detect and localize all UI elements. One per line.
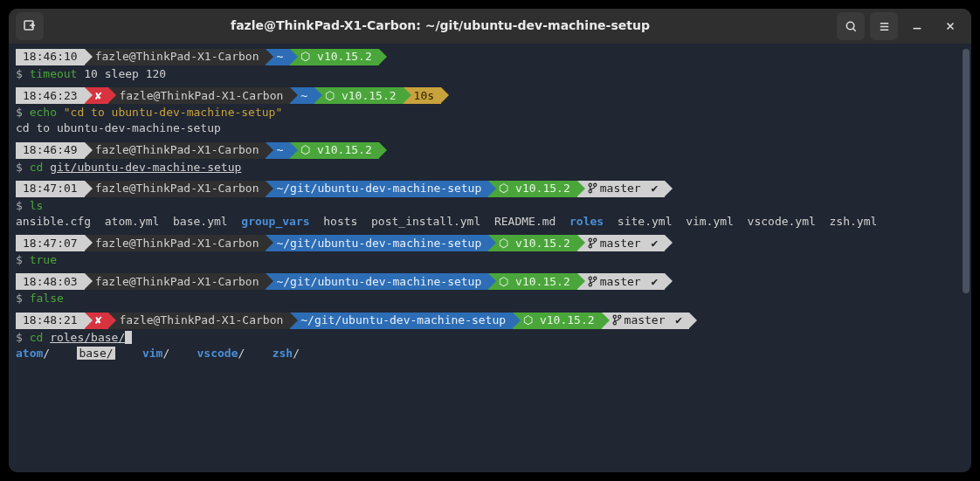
host-segment: fazle@ThinkPad-X1-Carbon xyxy=(108,313,290,329)
path-segment: ~/git/ubuntu-dev-machine-setup xyxy=(290,313,513,329)
prompt-symbol: $ xyxy=(16,253,30,266)
command-args: 10 sleep 120 xyxy=(84,67,166,80)
path-segment: ~/git/ubuntu-dev-machine-setup xyxy=(266,235,488,251)
host-segment: fazle@ThinkPad-X1-Carbon xyxy=(85,273,266,290)
minimize-button[interactable] xyxy=(903,12,931,40)
git-segment: master ✔ xyxy=(577,181,666,197)
terminal-output-area[interactable]: 18:46:10fazle@ThinkPad-X1-Carbon~⬡ v10.1… xyxy=(9,44,971,472)
tab-completion-item[interactable]: vim xyxy=(142,347,162,360)
timestamp-segment: 18:47:01 xyxy=(16,181,85,197)
close-button[interactable] xyxy=(936,12,964,40)
new-tab-icon xyxy=(23,19,37,33)
scrollbar-thumb[interactable] xyxy=(963,49,970,293)
menu-button[interactable] xyxy=(870,12,898,40)
prompt-symbol: $ xyxy=(16,331,30,344)
ls-entry: base.yml xyxy=(173,215,228,228)
svg-point-3 xyxy=(593,183,596,186)
svg-point-6 xyxy=(593,238,596,241)
tab-completion-item-selected[interactable]: base/ xyxy=(77,347,114,360)
powerline-prompt: 18:46:49fazle@ThinkPad-X1-Carbon~⬡ v10.1… xyxy=(16,142,964,159)
timestamp-segment: 18:47:07 xyxy=(16,235,85,251)
ls-entry: group_vars xyxy=(241,215,309,228)
prompt-symbol: $ xyxy=(16,199,30,212)
ls-entry: ansible.cfg xyxy=(16,215,91,228)
command-name: ls xyxy=(30,199,44,212)
command-line: $ timeout 10 sleep 120 xyxy=(16,66,964,82)
tab-completion-list: atom/ base/ vim/ vscode/ zsh/ xyxy=(16,346,964,361)
ls-entry: site.yml xyxy=(618,215,673,228)
ls-output: ansible.cfg atom.yml base.yml group_vars… xyxy=(16,214,964,230)
git-segment: master ✔ xyxy=(577,273,666,290)
hamburger-icon xyxy=(878,20,891,33)
prompt-symbol: $ xyxy=(16,67,30,80)
command-line: $ false xyxy=(16,291,964,306)
prompt-symbol: $ xyxy=(16,161,30,174)
command-line: $ echo "cd to ubuntu-dev-machine-setup" xyxy=(16,105,964,120)
search-icon xyxy=(845,20,858,33)
ls-entry: hosts xyxy=(323,215,357,228)
host-segment: fazle@ThinkPad-X1-Carbon xyxy=(85,181,266,197)
window-title: fazle@ThinkPad-X1-Carbon: ~/git/ubuntu-d… xyxy=(44,17,837,35)
timestamp-segment: 18:48:03 xyxy=(16,273,85,290)
ls-entry: vim.yml xyxy=(686,215,734,228)
ls-entry: README.md xyxy=(494,215,556,228)
command-name: timeout xyxy=(30,67,78,80)
cursor xyxy=(125,331,132,344)
search-button[interactable] xyxy=(837,12,865,40)
powerline-prompt: 18:47:01fazle@ThinkPad-X1-Carbon~/git/ub… xyxy=(16,181,964,197)
node-version-segment: ⬡ v10.15.2 xyxy=(290,142,378,159)
command-line: $ ls xyxy=(16,198,964,214)
command-args: git/ubuntu-dev-machine-setup xyxy=(50,161,241,174)
git-segment: master ✔ xyxy=(577,235,666,251)
ls-entry: post_install.yml xyxy=(371,215,480,228)
timestamp-segment: 18:48:21 xyxy=(16,313,85,329)
tab-completion-item[interactable]: vscode xyxy=(197,347,238,360)
ls-entry: roles xyxy=(569,215,604,228)
command-name: false xyxy=(30,292,64,305)
command-args: roles/base/ xyxy=(50,331,125,344)
command-name: cd xyxy=(30,161,44,174)
new-tab-button[interactable] xyxy=(16,12,44,40)
command-block: 18:48:03fazle@ThinkPad-X1-Carbon~/git/ub… xyxy=(16,273,964,306)
ls-entry: atom.yml xyxy=(105,215,160,228)
timestamp-segment: 18:46:23 xyxy=(16,87,85,104)
powerline-prompt: 18:48:03fazle@ThinkPad-X1-Carbon~/git/ub… xyxy=(16,273,964,290)
git-branch-icon xyxy=(588,237,597,249)
command-output: cd to ubuntu-dev-machine-setup xyxy=(16,120,964,136)
svg-point-2 xyxy=(589,183,591,186)
command-name: cd xyxy=(30,331,44,344)
command-block: 18:46:10fazle@ThinkPad-X1-Carbon~⬡ v10.1… xyxy=(16,49,964,82)
git-segment: master ✔ xyxy=(602,313,690,329)
host-segment: fazle@ThinkPad-X1-Carbon xyxy=(85,235,266,251)
prompt-symbol: $ xyxy=(16,106,30,119)
node-version-segment: ⬡ v10.15.2 xyxy=(488,235,576,251)
command-block: 18:46:23✘fazle@ThinkPad-X1-Carbon~⬡ v10.… xyxy=(16,87,964,136)
path-segment: ~/git/ubuntu-dev-machine-setup xyxy=(266,181,488,197)
git-branch-icon xyxy=(612,314,622,326)
git-branch-icon xyxy=(588,276,597,287)
terminal-window: fazle@ThinkPad-X1-Carbon: ~/git/ubuntu-d… xyxy=(9,9,971,472)
powerline-prompt: 18:47:07fazle@ThinkPad-X1-Carbon~/git/ub… xyxy=(16,235,964,251)
svg-point-8 xyxy=(589,277,591,279)
svg-point-12 xyxy=(618,315,620,318)
command-block: 18:47:01fazle@ThinkPad-X1-Carbon~/git/ub… xyxy=(16,181,964,230)
tab-completion-item[interactable]: zsh xyxy=(273,347,293,360)
command-block: 18:46:49fazle@ThinkPad-X1-Carbon~⬡ v10.1… xyxy=(16,142,964,175)
node-version-segment: ⬡ v10.15.2 xyxy=(513,313,601,329)
svg-point-9 xyxy=(593,277,596,279)
command-args: "cd to ubuntu-dev-machine-setup" xyxy=(64,106,282,119)
node-version-segment: ⬡ v10.15.2 xyxy=(314,87,403,104)
timestamp-segment: 18:46:49 xyxy=(16,142,85,159)
svg-point-5 xyxy=(589,238,591,241)
git-branch-icon xyxy=(588,182,597,194)
ls-entry: zsh.yml xyxy=(830,215,878,228)
close-icon xyxy=(944,20,956,32)
node-version-segment: ⬡ v10.15.2 xyxy=(488,273,576,290)
path-segment: ~/git/ubuntu-dev-machine-setup xyxy=(266,273,488,290)
tab-completion-item[interactable]: atom xyxy=(16,347,43,360)
command-name: echo xyxy=(30,106,57,119)
ls-entry: vscode.yml xyxy=(748,215,816,228)
host-segment: fazle@ThinkPad-X1-Carbon xyxy=(85,49,266,65)
command-line: $ true xyxy=(16,252,964,268)
command-name: true xyxy=(30,253,57,266)
